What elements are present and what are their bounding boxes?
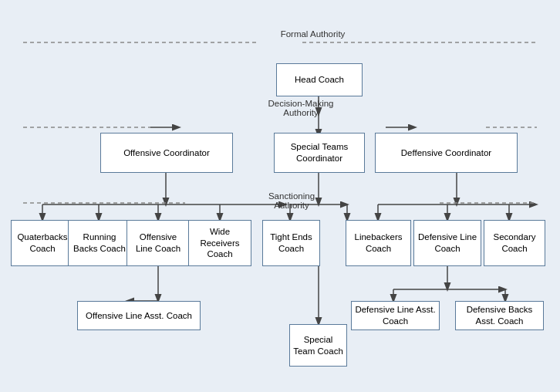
tight-ends-coach-node: Tight Ends Coach (262, 220, 320, 266)
offensive-coordinator-node: Offensive Coordinator (100, 133, 233, 173)
special-team-coach-node: Special Team Coach (289, 324, 347, 367)
linebackers-coach-node: Linebackers Coach (346, 220, 411, 266)
defensive-line-asst-node: Defensive Line Asst. Coach (351, 301, 440, 330)
head-coach-node: Head Coach (276, 63, 363, 96)
special-teams-coordinator-node: Special Teams Coordinator (274, 133, 365, 173)
org-chart: Formal Authority Sanctioning Authority D… (0, 0, 560, 392)
secondary-coach-node: Secondary Coach (484, 220, 545, 266)
offensive-line-coach-node: Offensive Line Coach (127, 220, 190, 266)
sanctioning-authority-label: Sanctioning Authority (257, 191, 326, 210)
running-backs-coach-node: Running Backs Coach (68, 220, 131, 266)
wide-receivers-coach-node: Wide Receivers Coach (188, 220, 251, 266)
offensive-line-asst-node: Offensive Line Asst. Coach (77, 301, 201, 330)
formal-authority-label: Formal Authority (265, 29, 361, 39)
decision-making-label: Decision-Making Authority (262, 99, 339, 117)
defensive-line-coach-node: Defensive Line Coach (413, 220, 481, 266)
defensive-backs-asst-node: Defensive Backs Asst. Coach (455, 301, 544, 330)
defensive-coordinator-node: Deffensive Coordinator (375, 133, 518, 173)
quarterbacks-coach-node: Quaterbacks Coach (11, 220, 74, 266)
